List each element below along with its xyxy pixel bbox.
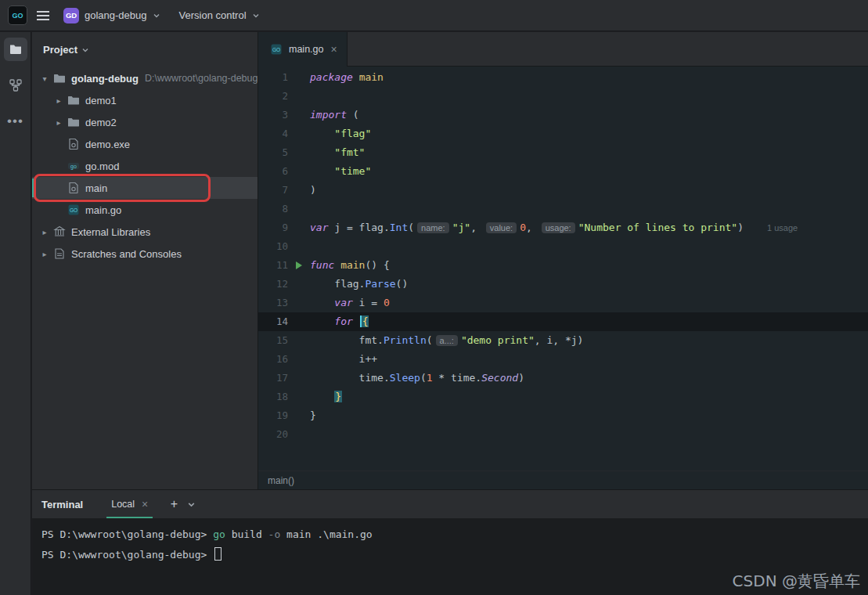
code-text: i++ <box>310 350 868 369</box>
terminal-segment: PS D:\wwwroot\golang-debug> <box>41 549 213 561</box>
tree-item-go-mod[interactable]: gogo.mod <box>32 155 258 177</box>
code-segment: i = <box>353 297 384 308</box>
tree-item-main[interactable]: main <box>32 177 258 199</box>
code-segment <box>310 165 334 177</box>
line-number: 9 <box>258 218 288 237</box>
code-segment: Parse <box>365 278 395 290</box>
code-line-9[interactable]: 9var j = flag.Int(name:"j", value:0, usa… <box>258 218 868 237</box>
tab-main-go[interactable]: GO main.go × <box>258 32 348 67</box>
terminal-segment: PS D:\wwwroot\golang-debug> <box>41 528 213 540</box>
code-segment: () <box>396 278 409 290</box>
tree-item-demo2[interactable]: ▸demo2 <box>32 111 258 133</box>
hamburger-menu-icon[interactable] <box>37 11 49 20</box>
code-line-14[interactable]: 14 for { <box>258 312 868 331</box>
code-segment <box>310 316 334 327</box>
code-segment: "flag" <box>334 128 371 139</box>
code-line-1[interactable]: 1package main <box>258 68 868 87</box>
code-segment: i++ <box>310 353 377 365</box>
code-text: import ( <box>310 106 868 124</box>
breadcrumb-item[interactable]: main() <box>268 475 294 486</box>
code-line-15[interactable]: 15 fmt.Println(a...:"demo print", i, *j) <box>258 331 868 350</box>
code-line-2[interactable]: 2 <box>258 87 868 106</box>
code-segment: Sleep <box>390 372 420 384</box>
code-line-8[interactable]: 8 <box>258 200 868 218</box>
line-number: 11 <box>258 256 288 275</box>
code-line-6[interactable]: 6 "time" <box>258 162 868 181</box>
code-line-10[interactable]: 10 <box>258 237 868 256</box>
code-line-20[interactable]: 20 <box>258 425 868 444</box>
code-segment <box>334 259 340 271</box>
line-number: 5 <box>258 143 288 162</box>
code-line-13[interactable]: 13 var i = 0 <box>258 294 868 312</box>
code-lines[interactable]: 1package main23import (4 "flag"5 "fmt"6 … <box>258 67 868 471</box>
terminal-line-1: PS D:\wwwroot\golang-debug> go build -o … <box>41 525 859 545</box>
terminal-segment: go <box>213 528 225 540</box>
project-panel-header[interactable]: Project <box>32 32 258 67</box>
line-number: 14 <box>258 312 288 331</box>
chevron-right-icon[interactable]: ▸ <box>52 96 65 105</box>
close-icon[interactable]: × <box>142 498 148 510</box>
code-segment <box>310 146 334 158</box>
run-icon[interactable] <box>296 261 302 269</box>
exe-file-icon <box>67 182 81 194</box>
code-line-7[interactable]: 7) <box>258 181 868 200</box>
terminal-tab-local[interactable]: Local × <box>103 490 156 518</box>
code-segment: , <box>526 222 538 233</box>
chevron-right-icon[interactable]: ▸ <box>38 228 51 236</box>
code-line-16[interactable]: 16 i++ <box>258 350 868 369</box>
line-number: 6 <box>258 162 288 181</box>
tree-item-golang-debug[interactable]: ▾golang-debugD:\wwwroot\golang-debug <box>32 67 258 89</box>
tree-item-demo1[interactable]: ▸demo1 <box>32 89 258 111</box>
code-segment: 1 <box>427 372 433 384</box>
tree-item-scratches-and-consoles[interactable]: ▸Scratches and Consoles <box>32 243 258 265</box>
new-terminal-icon[interactable]: + <box>165 497 182 511</box>
tree-item-label: demo2 <box>85 117 117 128</box>
tree-item-external-libraries[interactable]: ▸External Libraries <box>32 221 258 243</box>
code-segment: ( <box>427 334 433 346</box>
code-line-18[interactable]: 18 } <box>258 388 868 406</box>
code-line-17[interactable]: 17 time.Sleep(1 * time.Second) <box>258 369 868 388</box>
tree-item-main-go[interactable]: GOmain.go <box>32 199 258 221</box>
code-segment: { <box>362 316 369 327</box>
line-number: 13 <box>258 294 288 312</box>
code-line-19[interactable]: 19} <box>258 406 868 425</box>
code-line-4[interactable]: 4 "flag" <box>258 124 868 143</box>
chevron-right-icon[interactable]: ▸ <box>38 250 51 258</box>
code-text: var j = flag.Int(name:"j", value:0, usag… <box>310 218 868 237</box>
code-line-5[interactable]: 5 "fmt" <box>258 143 868 162</box>
more-tools-icon[interactable]: ••• <box>4 110 27 133</box>
terminal-segment: main .\main.go <box>280 528 372 540</box>
terminal-dropdown-icon[interactable] <box>187 500 196 509</box>
chevron-down-icon[interactable]: ▾ <box>38 74 51 83</box>
code-segment: , <box>470 222 483 233</box>
version-control-widget[interactable]: Version control <box>175 6 265 24</box>
terminal-title[interactable]: Terminal <box>41 499 83 510</box>
project-tool-icon[interactable] <box>4 38 27 61</box>
code-text: "time" <box>310 162 868 181</box>
project-widget[interactable]: GD golang-debug <box>59 5 165 27</box>
tree-item-demo-exe[interactable]: demo.exe <box>32 133 258 155</box>
code-line-3[interactable]: 3import ( <box>258 106 868 124</box>
code-segment: "demo print" <box>461 334 535 346</box>
code-line-11[interactable]: 11func main() { <box>258 256 868 275</box>
code-segment: func <box>310 259 334 271</box>
inlay-hint: usage: <box>542 222 575 233</box>
chevron-right-icon[interactable]: ▸ <box>52 118 65 127</box>
code-segment: ( <box>420 372 427 384</box>
structure-tool-icon[interactable] <box>4 74 27 97</box>
close-icon[interactable]: × <box>330 43 337 56</box>
svg-text:go: go <box>70 164 77 170</box>
code-segment: * time. <box>433 372 482 384</box>
code-text: func main() { <box>310 256 868 275</box>
chevron-down-icon <box>153 12 160 20</box>
go-mod-icon: go <box>67 160 81 172</box>
code-segment: 1 usage <box>767 223 798 233</box>
project-widget-label: golang-debug <box>85 9 147 21</box>
code-segment <box>310 297 334 308</box>
main-toolbar: GO GD golang-debug Version control <box>0 0 868 31</box>
folder-icon <box>67 116 81 128</box>
breadcrumb[interactable]: main() <box>258 471 868 489</box>
code-line-12[interactable]: 12 flag.Parse() <box>258 275 868 294</box>
line-number: 19 <box>258 406 288 425</box>
code-segment: "fmt" <box>334 146 365 158</box>
